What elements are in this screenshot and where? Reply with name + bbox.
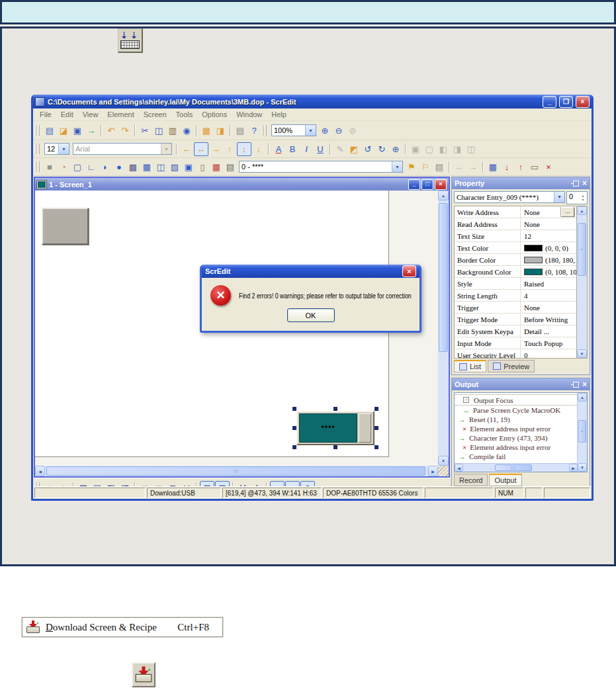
- output-item[interactable]: →Parse Screen Cycle MacroOK: [455, 406, 578, 415]
- menu-help[interactable]: Help: [267, 110, 291, 119]
- spinner-arrows-icon[interactable]: ▴▾: [579, 192, 587, 204]
- output-close-icon[interactable]: ×: [582, 380, 587, 388]
- element-state-button[interactable]: ◩: [347, 143, 361, 155]
- character-entry-element[interactable]: ****: [296, 411, 374, 445]
- pin-icon[interactable]: [573, 181, 579, 187]
- scroll-left-icon[interactable]: ◀: [455, 464, 463, 472]
- property-row[interactable]: Read AddressNone: [455, 218, 576, 230]
- fit-both-button[interactable]: ⊕: [300, 481, 315, 487]
- recipe-box-button[interactable]: ▭: [528, 161, 541, 173]
- download-menu-item[interactable]: Download Screen & Recipe Ctrl+F8: [22, 617, 223, 637]
- panel-element-button[interactable]: ▯: [196, 161, 209, 173]
- fit-height-button[interactable]: ↕: [285, 481, 300, 487]
- align-right-edges-button[interactable]: ⊐: [152, 482, 165, 487]
- rotate-left-button[interactable]: ↺: [361, 143, 374, 155]
- output-panel-title-bar[interactable]: Output ×: [452, 378, 590, 390]
- keypad-element-button[interactable]: ▦: [210, 161, 223, 173]
- toolbar-grip[interactable]: [35, 125, 40, 136]
- tab-record[interactable]: Record: [454, 474, 488, 486]
- screen1-minimize-button[interactable]: _: [408, 179, 420, 190]
- zoom-in-button[interactable]: ⊕: [318, 124, 331, 137]
- align-top-button[interactable]: ↑: [223, 143, 236, 155]
- tank-element-button[interactable]: ▦: [140, 161, 154, 173]
- align-top-edges-button[interactable]: ⊓: [166, 482, 179, 487]
- slider-element-button[interactable]: ◫: [154, 161, 167, 173]
- output-vertical-scrollbar[interactable]: ▲ = ▼: [577, 393, 587, 472]
- menu-options[interactable]: Options: [197, 110, 232, 119]
- output-item[interactable]: →Character Entry (473, 394): [455, 433, 578, 443]
- property-row[interactable]: Trigger ModeBefore Writing: [455, 314, 576, 325]
- bold-button[interactable]: B: [286, 143, 299, 155]
- same-width-button[interactable]: H: [236, 482, 249, 487]
- download-screen-button[interactable]: ↓: [500, 161, 513, 173]
- selection-handle[interactable]: [374, 445, 378, 449]
- title-bar[interactable]: C:\Documents and Settings\shirley.lai\My…: [33, 95, 592, 108]
- fit-width-button[interactable]: ↔: [270, 481, 285, 487]
- upload-screen-button[interactable]: ↑: [514, 161, 527, 173]
- center-vertical-button[interactable]: ⊟: [200, 481, 214, 487]
- toolbar-grip[interactable]: [35, 161, 40, 172]
- font-size-combo[interactable]: 12▼: [44, 143, 69, 155]
- pattern-element-button[interactable]: ▩: [126, 161, 140, 173]
- property-row[interactable]: User Security Level0: [455, 349, 576, 359]
- screen1-maximize-button[interactable]: □: [421, 179, 433, 190]
- element-selector-combo[interactable]: Character Entry_009 (****) ▼: [454, 191, 565, 203]
- send-backward-button[interactable]: ◨: [118, 482, 132, 487]
- ok-button[interactable]: OK: [287, 308, 335, 322]
- toolbar-grip[interactable]: [35, 144, 40, 154]
- button-element-on-canvas[interactable]: [42, 208, 89, 245]
- dialog-close-button[interactable]: ×: [402, 265, 416, 277]
- chevron-down-icon[interactable]: ▼: [58, 144, 69, 154]
- selection-handle[interactable]: [333, 445, 337, 449]
- write-address-tool-button[interactable]: ⚑: [405, 161, 418, 173]
- pin-icon[interactable]: [573, 382, 579, 388]
- collapse-icon[interactable]: −: [463, 397, 469, 403]
- screen1-close-button[interactable]: ×: [435, 179, 447, 190]
- button-element-button[interactable]: ■: [43, 161, 56, 173]
- scroll-down-icon[interactable]: ▼: [438, 456, 449, 466]
- macro-tool-button[interactable]: ▤: [433, 161, 446, 173]
- paste-button[interactable]: ▥: [166, 124, 179, 137]
- redo-button[interactable]: ↷: [118, 124, 132, 137]
- output-group-header[interactable]: − Output Focus: [455, 394, 578, 406]
- property-row[interactable]: String Length4: [455, 290, 576, 302]
- ellipse-element-button[interactable]: ●: [112, 161, 126, 173]
- scroll-up-icon[interactable]: ▲: [578, 393, 587, 402]
- property-panel-title-bar[interactable]: Property ×: [452, 177, 590, 189]
- chevron-down-icon[interactable]: ▼: [305, 125, 316, 136]
- property-row[interactable]: Edit System KeypaDetail ...: [455, 325, 576, 337]
- output-item[interactable]: →Compile fail: [455, 452, 578, 461]
- compile-button[interactable]: ▦: [486, 161, 500, 173]
- output-item[interactable]: ×Element address input error: [455, 443, 578, 452]
- draw-element-button[interactable]: ▨: [168, 161, 181, 173]
- export-button[interactable]: →: [85, 124, 98, 137]
- align-left-button[interactable]: ←: [180, 143, 193, 155]
- element-index-spinner[interactable]: 0 ▴▾: [566, 191, 588, 204]
- scroll-down-icon[interactable]: ▼: [577, 349, 587, 358]
- open-folder-button[interactable]: ◪: [57, 124, 70, 137]
- property-grid-scrollbar[interactable]: ▲ = ▼: [576, 206, 587, 358]
- scroll-left-icon[interactable]: ◀: [35, 466, 45, 476]
- font-name-combo[interactable]: Arial▼: [73, 143, 172, 155]
- toolbar-grip[interactable]: [262, 125, 267, 136]
- align-middle-button[interactable]: ↕: [237, 142, 251, 156]
- output-item[interactable]: →Reset (11, 19): [455, 415, 578, 424]
- dialog-title-bar[interactable]: ScrEdit ×: [202, 265, 419, 278]
- element-combo[interactable]: 0 - ****▼: [239, 161, 403, 173]
- bar-element-button[interactable]: ▢: [71, 161, 84, 173]
- menu-tools[interactable]: Tools: [171, 110, 198, 119]
- menu-element[interactable]: Element: [103, 110, 138, 119]
- tab-preview[interactable]: Preview: [488, 360, 535, 372]
- zoom-combo[interactable]: 100%▼: [271, 124, 316, 136]
- close-button[interactable]: ×: [576, 96, 590, 108]
- output-horizontal-scrollbar[interactable]: ◀ ||| ▶: [455, 463, 578, 472]
- align-right-button[interactable]: →: [209, 143, 222, 155]
- undo-button[interactable]: ↶: [105, 124, 118, 137]
- property-row[interactable]: TriggerNone: [455, 302, 576, 314]
- save-button[interactable]: ▣: [71, 124, 84, 137]
- selection-handle[interactable]: [292, 445, 296, 449]
- minimize-button[interactable]: _: [543, 96, 556, 108]
- text-color-button[interactable]: A: [272, 143, 285, 155]
- property-close-icon[interactable]: ×: [582, 179, 587, 187]
- property-row[interactable]: Text Color(0, 0, 0): [455, 242, 576, 254]
